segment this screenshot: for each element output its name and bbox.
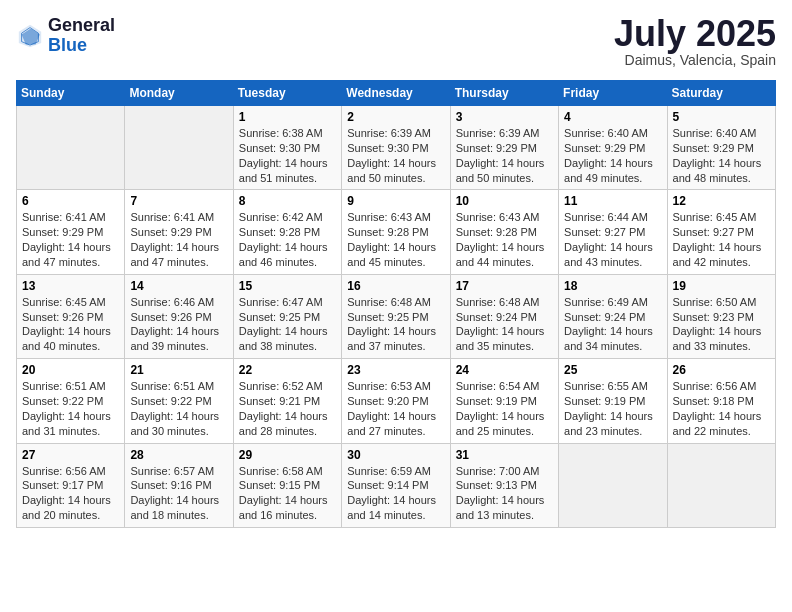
calendar-week-row: 27Sunrise: 6:56 AMSunset: 9:17 PMDayligh… — [17, 443, 776, 527]
day-number: 2 — [347, 110, 444, 124]
day-info: Sunrise: 6:44 AMSunset: 9:27 PMDaylight:… — [564, 211, 653, 268]
calendar-cell — [125, 106, 233, 190]
day-number: 16 — [347, 279, 444, 293]
day-number: 10 — [456, 194, 553, 208]
calendar-cell — [17, 106, 125, 190]
weekday-header: Wednesday — [342, 81, 450, 106]
calendar-cell: 17Sunrise: 6:48 AMSunset: 9:24 PMDayligh… — [450, 274, 558, 358]
calendar-cell: 1Sunrise: 6:38 AMSunset: 9:30 PMDaylight… — [233, 106, 341, 190]
day-number: 17 — [456, 279, 553, 293]
day-info: Sunrise: 6:40 AMSunset: 9:29 PMDaylight:… — [564, 127, 653, 184]
day-info: Sunrise: 6:51 AMSunset: 9:22 PMDaylight:… — [130, 380, 219, 437]
day-number: 14 — [130, 279, 227, 293]
calendar-cell: 29Sunrise: 6:58 AMSunset: 9:15 PMDayligh… — [233, 443, 341, 527]
day-number: 13 — [22, 279, 119, 293]
calendar-cell: 31Sunrise: 7:00 AMSunset: 9:13 PMDayligh… — [450, 443, 558, 527]
day-number: 5 — [673, 110, 770, 124]
location: Daimus, Valencia, Spain — [614, 52, 776, 68]
day-info: Sunrise: 6:53 AMSunset: 9:20 PMDaylight:… — [347, 380, 436, 437]
day-number: 15 — [239, 279, 336, 293]
day-number: 24 — [456, 363, 553, 377]
calendar-table: SundayMondayTuesdayWednesdayThursdayFrid… — [16, 80, 776, 528]
logo: General Blue — [16, 16, 115, 56]
weekday-header: Monday — [125, 81, 233, 106]
calendar-cell: 27Sunrise: 6:56 AMSunset: 9:17 PMDayligh… — [17, 443, 125, 527]
day-info: Sunrise: 6:49 AMSunset: 9:24 PMDaylight:… — [564, 296, 653, 353]
calendar-cell: 5Sunrise: 6:40 AMSunset: 9:29 PMDaylight… — [667, 106, 775, 190]
calendar-cell: 3Sunrise: 6:39 AMSunset: 9:29 PMDaylight… — [450, 106, 558, 190]
day-number: 20 — [22, 363, 119, 377]
calendar-cell: 9Sunrise: 6:43 AMSunset: 9:28 PMDaylight… — [342, 190, 450, 274]
day-number: 8 — [239, 194, 336, 208]
calendar-cell — [559, 443, 667, 527]
weekday-header: Thursday — [450, 81, 558, 106]
day-number: 31 — [456, 448, 553, 462]
day-number: 9 — [347, 194, 444, 208]
day-number: 21 — [130, 363, 227, 377]
calendar-cell: 30Sunrise: 6:59 AMSunset: 9:14 PMDayligh… — [342, 443, 450, 527]
day-number: 4 — [564, 110, 661, 124]
calendar-cell: 22Sunrise: 6:52 AMSunset: 9:21 PMDayligh… — [233, 359, 341, 443]
day-number: 23 — [347, 363, 444, 377]
day-info: Sunrise: 6:50 AMSunset: 9:23 PMDaylight:… — [673, 296, 762, 353]
day-number: 18 — [564, 279, 661, 293]
calendar-cell — [667, 443, 775, 527]
calendar-week-row: 20Sunrise: 6:51 AMSunset: 9:22 PMDayligh… — [17, 359, 776, 443]
page-header: General Blue July 2025 Daimus, Valencia,… — [16, 16, 776, 68]
calendar-cell: 18Sunrise: 6:49 AMSunset: 9:24 PMDayligh… — [559, 274, 667, 358]
calendar-cell: 14Sunrise: 6:46 AMSunset: 9:26 PMDayligh… — [125, 274, 233, 358]
weekday-header: Saturday — [667, 81, 775, 106]
day-info: Sunrise: 6:41 AMSunset: 9:29 PMDaylight:… — [22, 211, 111, 268]
calendar-cell: 28Sunrise: 6:57 AMSunset: 9:16 PMDayligh… — [125, 443, 233, 527]
day-info: Sunrise: 6:47 AMSunset: 9:25 PMDaylight:… — [239, 296, 328, 353]
calendar-cell: 11Sunrise: 6:44 AMSunset: 9:27 PMDayligh… — [559, 190, 667, 274]
day-number: 27 — [22, 448, 119, 462]
title-block: July 2025 Daimus, Valencia, Spain — [614, 16, 776, 68]
day-number: 22 — [239, 363, 336, 377]
day-info: Sunrise: 6:43 AMSunset: 9:28 PMDaylight:… — [347, 211, 436, 268]
day-number: 12 — [673, 194, 770, 208]
calendar-cell: 13Sunrise: 6:45 AMSunset: 9:26 PMDayligh… — [17, 274, 125, 358]
calendar-cell: 10Sunrise: 6:43 AMSunset: 9:28 PMDayligh… — [450, 190, 558, 274]
day-number: 11 — [564, 194, 661, 208]
day-number: 7 — [130, 194, 227, 208]
day-info: Sunrise: 6:43 AMSunset: 9:28 PMDaylight:… — [456, 211, 545, 268]
day-info: Sunrise: 6:41 AMSunset: 9:29 PMDaylight:… — [130, 211, 219, 268]
day-info: Sunrise: 6:56 AMSunset: 9:18 PMDaylight:… — [673, 380, 762, 437]
calendar-week-row: 1Sunrise: 6:38 AMSunset: 9:30 PMDaylight… — [17, 106, 776, 190]
logo-text: General Blue — [48, 16, 115, 56]
day-info: Sunrise: 6:54 AMSunset: 9:19 PMDaylight:… — [456, 380, 545, 437]
day-number: 19 — [673, 279, 770, 293]
calendar-cell: 26Sunrise: 6:56 AMSunset: 9:18 PMDayligh… — [667, 359, 775, 443]
day-number: 3 — [456, 110, 553, 124]
day-number: 30 — [347, 448, 444, 462]
calendar-cell: 20Sunrise: 6:51 AMSunset: 9:22 PMDayligh… — [17, 359, 125, 443]
day-info: Sunrise: 6:58 AMSunset: 9:15 PMDaylight:… — [239, 465, 328, 522]
calendar-cell: 21Sunrise: 6:51 AMSunset: 9:22 PMDayligh… — [125, 359, 233, 443]
day-info: Sunrise: 6:42 AMSunset: 9:28 PMDaylight:… — [239, 211, 328, 268]
day-number: 26 — [673, 363, 770, 377]
logo-icon — [16, 22, 44, 50]
day-number: 1 — [239, 110, 336, 124]
weekday-header: Tuesday — [233, 81, 341, 106]
calendar-cell: 16Sunrise: 6:48 AMSunset: 9:25 PMDayligh… — [342, 274, 450, 358]
month-title: July 2025 — [614, 16, 776, 52]
day-number: 28 — [130, 448, 227, 462]
calendar-cell: 12Sunrise: 6:45 AMSunset: 9:27 PMDayligh… — [667, 190, 775, 274]
calendar-cell: 19Sunrise: 6:50 AMSunset: 9:23 PMDayligh… — [667, 274, 775, 358]
logo-general: General — [48, 16, 115, 36]
calendar-week-row: 13Sunrise: 6:45 AMSunset: 9:26 PMDayligh… — [17, 274, 776, 358]
day-info: Sunrise: 6:59 AMSunset: 9:14 PMDaylight:… — [347, 465, 436, 522]
day-info: Sunrise: 6:51 AMSunset: 9:22 PMDaylight:… — [22, 380, 111, 437]
day-info: Sunrise: 7:00 AMSunset: 9:13 PMDaylight:… — [456, 465, 545, 522]
day-number: 29 — [239, 448, 336, 462]
calendar-cell: 2Sunrise: 6:39 AMSunset: 9:30 PMDaylight… — [342, 106, 450, 190]
calendar-cell: 24Sunrise: 6:54 AMSunset: 9:19 PMDayligh… — [450, 359, 558, 443]
weekday-header: Sunday — [17, 81, 125, 106]
logo-blue: Blue — [48, 36, 115, 56]
day-info: Sunrise: 6:56 AMSunset: 9:17 PMDaylight:… — [22, 465, 111, 522]
day-info: Sunrise: 6:48 AMSunset: 9:24 PMDaylight:… — [456, 296, 545, 353]
day-info: Sunrise: 6:46 AMSunset: 9:26 PMDaylight:… — [130, 296, 219, 353]
weekday-header-row: SundayMondayTuesdayWednesdayThursdayFrid… — [17, 81, 776, 106]
calendar-cell: 23Sunrise: 6:53 AMSunset: 9:20 PMDayligh… — [342, 359, 450, 443]
